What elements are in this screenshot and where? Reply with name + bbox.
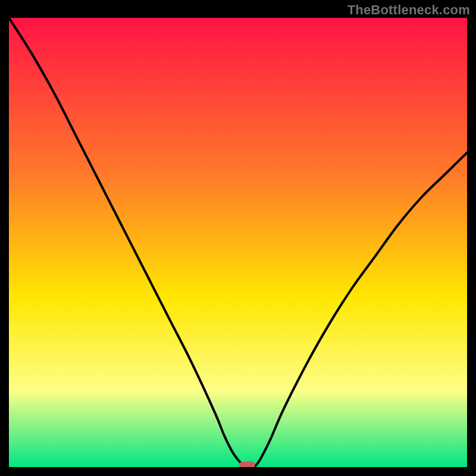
plot-area bbox=[9, 18, 467, 467]
bottleneck-chart bbox=[9, 18, 467, 467]
chart-frame: TheBottleneck.com bbox=[0, 0, 476, 476]
optimum-marker bbox=[239, 462, 255, 467]
watermark-text: TheBottleneck.com bbox=[347, 2, 470, 18]
gradient-background bbox=[9, 18, 467, 467]
